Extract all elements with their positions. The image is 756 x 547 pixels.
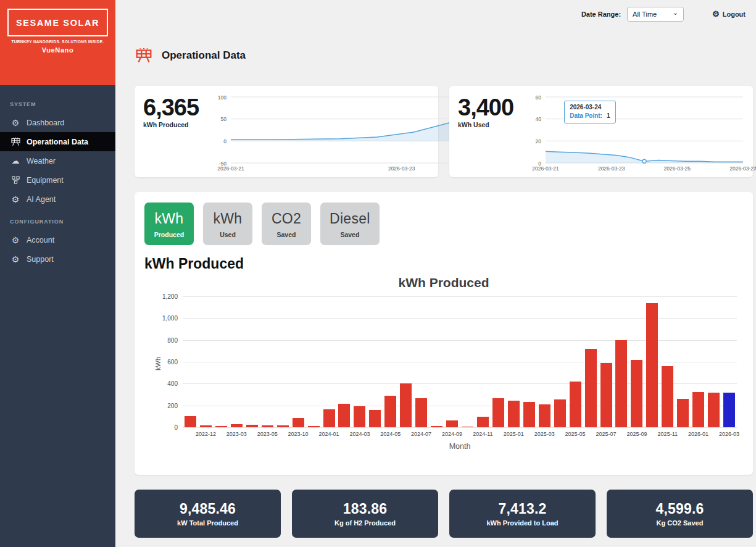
x-tick-label: 2024-01 — [318, 431, 339, 437]
bar[interactable] — [246, 425, 258, 427]
sparkline-svg — [527, 92, 746, 172]
bottom-stat-cards: 9,485.46kW Total Produced183.86Kg of H2 … — [135, 490, 753, 538]
bar[interactable] — [600, 363, 612, 427]
x-tick-label: 2024-03 — [349, 431, 370, 437]
y-tick-label: 40 — [527, 116, 541, 122]
bar[interactable] — [384, 396, 396, 427]
bar[interactable] — [646, 303, 658, 427]
equipment-icon — [10, 175, 21, 185]
gridline — [183, 296, 737, 297]
bar[interactable] — [708, 393, 720, 428]
solar-panel-icon — [135, 48, 153, 64]
x-tick-label: 2026-03-25 — [664, 165, 691, 172]
bar[interactable] — [323, 409, 335, 427]
bar[interactable] — [615, 340, 627, 427]
bar[interactable] — [415, 398, 427, 427]
app-root: SESAME SOLAR TURNKEY NANOGRIDS. SOLUTION… — [0, 0, 756, 547]
bar[interactable] — [293, 418, 304, 427]
toggle-kwh-produced[interactable]: kWhProduced — [144, 203, 194, 245]
x-axis-title: Month — [449, 442, 471, 451]
bar[interactable] — [554, 399, 566, 427]
toggle-sub-label: Used — [212, 231, 243, 238]
bar[interactable] — [277, 425, 289, 427]
tooltip-date: 2026-03-24 — [570, 103, 610, 112]
stat-value: 9,485.46 — [180, 501, 236, 517]
bar[interactable] — [431, 426, 442, 427]
bar[interactable] — [462, 427, 473, 427]
chart-tooltip: 2026-03-24Data Point:1 — [564, 101, 615, 123]
sidebar-item-operational-data[interactable]: Operational Data — [0, 132, 115, 151]
bar[interactable] — [692, 392, 704, 427]
x-tick-label: 2023-05 — [257, 431, 278, 437]
bar[interactable] — [185, 416, 196, 427]
sidebar-item-ai-agent[interactable]: ⚙AI Agent — [0, 190, 115, 209]
bar[interactable] — [723, 393, 735, 428]
sidebar-item-account[interactable]: ⚙Account — [0, 230, 115, 249]
bar[interactable] — [631, 360, 642, 427]
toggle-diesel-saved[interactable]: DieselSaved — [320, 203, 380, 245]
bar[interactable] — [354, 406, 365, 428]
bar[interactable] — [585, 349, 597, 427]
section-heading: kWh Produced — [144, 256, 743, 272]
summary-card-kwh-produced: 6,365kWh Produced-500501002026-03-212026… — [135, 86, 438, 177]
bar[interactable] — [338, 404, 350, 427]
metric-toggles: kWhProducedkWhUsedCO2SavedDieselSaved — [144, 203, 743, 245]
sidebar-item-label: Account — [27, 236, 54, 244]
chart-card: kWhProducedkWhUsedCO2SavedDieselSaved kW… — [135, 192, 753, 475]
gear-icon: ⚙ — [10, 236, 21, 244]
x-tick-label: 2022-12 — [196, 431, 216, 437]
stat-card-kg-of-h2-produced: 183.86Kg of H2 Produced — [292, 490, 438, 538]
stat-label: kWh Provided to Load — [486, 519, 558, 527]
bar[interactable] — [492, 398, 504, 427]
page-title: Operational Data — [162, 49, 246, 62]
bar[interactable] — [215, 426, 227, 427]
toggle-kwh-used[interactable]: kWhUsed — [203, 203, 252, 245]
sparkline-chart[interactable]: -500501002026-03-212026-03-232026-03-252… — [212, 92, 431, 172]
stat-value: 4,599.6 — [655, 501, 704, 517]
stat-value: 7,413.2 — [498, 501, 546, 517]
x-tick-label: 2024-09 — [442, 431, 462, 437]
bar[interactable] — [308, 426, 320, 427]
tooltip-row: Data Point:1 — [570, 112, 610, 120]
x-tick-label: 2025-11 — [658, 431, 678, 437]
sidebar-item-dashboard[interactable]: ⚙Dashboard — [0, 113, 115, 132]
x-tick-label: 2026-03-23 — [388, 165, 415, 172]
bar[interactable] — [369, 410, 381, 427]
stat-card-kwh-provided-to-load: 7,413.2kWh Provided to Load — [449, 490, 596, 538]
y-tick-label: 200 — [144, 403, 178, 409]
y-tick-label: 100 — [212, 94, 226, 101]
bar[interactable] — [662, 366, 673, 427]
bar[interactable] — [262, 425, 273, 428]
x-tick-label: 2026-03-21 — [532, 165, 559, 172]
y-tick-label: 50 — [212, 116, 226, 122]
stat-label: kW Total Produced — [177, 519, 238, 527]
bar[interactable] — [539, 404, 550, 427]
nav-section-configuration: CONFIGURATION — [0, 209, 115, 230]
date-range-label: Date Range: — [581, 10, 621, 18]
x-tick-label: 2026-03 — [719, 431, 739, 437]
x-tick-label: 2024-07 — [411, 431, 431, 437]
sparkline-chart[interactable]: 02040602026-03-212026-03-232026-03-25202… — [527, 92, 746, 172]
toggle-big-label: CO2 — [271, 211, 302, 227]
bar[interactable] — [677, 399, 689, 427]
bar[interactable] — [570, 382, 581, 427]
bar[interactable] — [400, 383, 412, 427]
x-tick-label: 2026-01 — [688, 431, 708, 437]
toggle-big-label: kWh — [154, 211, 185, 227]
bar-chart: 02004006008001,0001,2002022-122023-03202… — [144, 291, 743, 453]
brand-tagline: TURNKEY NANOGRIDS. SOLUTIONS INSIDE. — [7, 40, 108, 44]
toggle-sub-label: Produced — [154, 231, 185, 238]
bar[interactable] — [523, 402, 535, 428]
bar[interactable] — [477, 417, 489, 427]
bar[interactable] — [200, 425, 212, 427]
bar[interactable] — [508, 401, 520, 427]
date-range-select[interactable]: All Time ⌄ — [627, 7, 684, 22]
sidebar-item-support[interactable]: ⚙Support — [0, 249, 115, 269]
toggle-co2-saved[interactable]: CO2Saved — [262, 203, 311, 245]
sidebar-item-weather[interactable]: ☁Weather — [0, 151, 115, 170]
sidebar-item-equipment[interactable]: Equipment — [0, 170, 115, 190]
logout-button[interactable]: ⚙ Logout — [712, 10, 746, 18]
bar[interactable] — [446, 420, 458, 427]
bar[interactable] — [231, 424, 243, 427]
stat-card-kg-co2-saved: 4,599.6Kg CO2 Saved — [607, 490, 753, 538]
